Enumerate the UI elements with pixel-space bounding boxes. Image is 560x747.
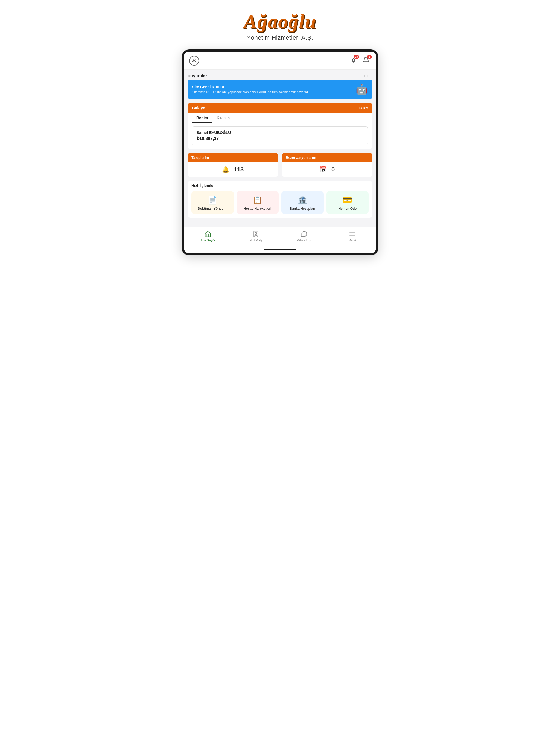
messages-button[interactable]: 20 [349, 55, 358, 66]
hesap-label: Hesap Hareketleri [244, 207, 271, 210]
stats-row: Taleplerim 🔔 113 Rezervasyonlarım 📅 0 [187, 153, 373, 177]
tab-kiracim[interactable]: Kiracım [212, 113, 234, 123]
announcement-title: Site Genel Kurulu [192, 85, 310, 89]
svg-point-3 [255, 233, 257, 235]
logo-subtitle: Yönetim Hizmetleri A.Ş. [244, 34, 316, 41]
dokuman-label: Doküman Yönetimi [198, 207, 227, 210]
rezervasyonlarim-title: Rezervasyonlarım [286, 156, 316, 160]
bakiye-section: Bakiye Detay Benim Kiracım Samet EYÜBOĞL… [187, 103, 373, 149]
taleplerim-header: Taleplerim [187, 153, 278, 162]
home-indicator [184, 247, 376, 253]
app-content: 20 2 Duyurular Tümü Site Genel Kurulu Si… [184, 52, 376, 227]
hizli-item-dokuman[interactable]: 📄 Doküman Yönetimi [192, 191, 234, 214]
bakiye-amount: ₺10.887,37 [197, 136, 363, 141]
bakiye-owner-name: Samet EYÜBOĞLU [197, 130, 363, 135]
nav-item-whatsapp[interactable]: WhatsApp [280, 231, 328, 242]
logo-title: Ağaoğlu [244, 11, 316, 32]
nav-item-menu[interactable]: Menü [328, 231, 376, 242]
hizli-item-banka[interactable]: 🏦 Banka Hesapları [281, 191, 324, 214]
logo-area: Ağaoğlu Yönetim Hizmetleri A.Ş. [244, 11, 316, 41]
bakiye-tabs: Benim Kiracım [187, 113, 373, 123]
home-bar [263, 249, 297, 250]
ode-icon: 💳 [342, 196, 352, 205]
tablet-frame: 20 2 Duyurular Tümü Site Genel Kurulu Si… [182, 50, 378, 255]
taleplerim-icon: 🔔 [222, 166, 229, 173]
nav-label-hizligirish: Hızlı Giriş [249, 239, 262, 242]
announcements-header: Duyurular Tümü [187, 74, 373, 78]
rezervasyonlarim-card[interactable]: Rezervasyonlarım 📅 0 [282, 153, 373, 177]
taleplerim-card[interactable]: Taleplerim 🔔 113 [187, 153, 278, 177]
nav-label-menu: Menü [348, 239, 356, 242]
nav-item-hizligirish[interactable]: Hızlı Giriş [232, 231, 280, 242]
notifications-badge: 2 [367, 55, 372, 58]
hizli-item-hesap[interactable]: 📋 Hesap Hareketleri [236, 191, 279, 214]
hizli-islemler-title: Hızlı İşlemler [192, 183, 368, 188]
rezervasyonlarim-count: 0 [331, 166, 335, 173]
dokuman-icon: 📄 [208, 196, 218, 205]
announcement-banner[interactable]: Site Genel Kurulu Sitemizin 01.01.2023'd… [187, 80, 373, 99]
top-bar-icons: 20 2 [349, 55, 371, 66]
rezervasyonlarim-body: 📅 0 [282, 162, 373, 177]
notifications-button[interactable]: 2 [361, 55, 371, 66]
rezervasyonlarim-icon: 📅 [320, 166, 327, 173]
tab-benim[interactable]: Benim [192, 113, 212, 123]
hizli-islemler-section: Hızlı İşlemler 📄 Doküman Yönetimi 📋 Hesa… [187, 181, 373, 217]
messages-badge: 20 [354, 55, 359, 58]
svg-point-1 [353, 59, 355, 61]
top-bar: 20 2 [184, 52, 376, 70]
rezervasyonlarim-header: Rezervasyonlarım [282, 153, 373, 162]
avatar[interactable] [189, 56, 199, 66]
nav-item-anasayfa[interactable]: Ana Sayfa [184, 231, 232, 242]
hizli-item-ode[interactable]: 💳 Hemen Öde [327, 191, 369, 214]
bakiye-card: Samet EYÜBOĞLU ₺10.887,37 [192, 126, 368, 145]
ode-label: Hemen Öde [338, 207, 357, 210]
taleplerim-body: 🔔 113 [187, 162, 278, 177]
taleplerim-title: Taleplerim [192, 156, 209, 160]
nav-label-whatsapp: WhatsApp [297, 239, 311, 242]
svg-point-0 [193, 58, 195, 60]
nav-label-anasayfa: Ana Sayfa [200, 239, 215, 242]
bottom-nav: Ana Sayfa Hızlı Giriş WhatsApp Menü [184, 227, 376, 247]
announcements-link[interactable]: Tümü [363, 74, 373, 78]
bakiye-header: Bakiye Detay [187, 103, 373, 113]
spacer [184, 222, 376, 227]
announcement-mascot: 🤖 [356, 84, 368, 95]
announcement-desc: Sitemizin 01.01.2023'de yapılacak olan g… [192, 90, 310, 94]
banka-label: Banka Hesapları [290, 207, 315, 210]
bakiye-title: Bakiye [192, 106, 205, 110]
announcements-title: Duyurular [187, 74, 207, 78]
announcement-text: Site Genel Kurulu Sitemizin 01.01.2023'd… [192, 85, 310, 94]
bakiye-detay-link[interactable]: Detay [359, 106, 368, 110]
banka-icon: 🏦 [298, 196, 307, 205]
hizli-grid: 📄 Doküman Yönetimi 📋 Hesap Hareketleri 🏦… [192, 191, 368, 214]
hesap-icon: 📋 [253, 196, 262, 205]
taleplerim-count: 113 [234, 166, 244, 173]
